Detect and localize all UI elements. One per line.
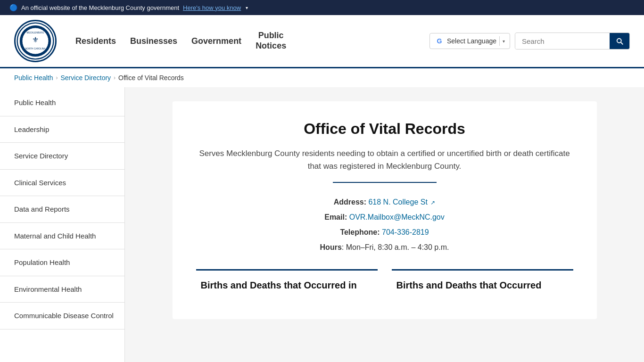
language-chevron-icon: ▾ [503,39,505,44]
email-label: Email: [324,213,347,221]
sidebar-item-clinical-services[interactable]: Clinical Services [0,170,124,197]
nav-residents[interactable]: Residents [75,36,116,46]
svg-text:NORTH CAROLINA: NORTH CAROLINA [25,48,46,50]
language-label: Select Language [447,37,496,45]
sidebar-item-leadership[interactable]: Leadership [0,116,124,143]
breadcrumb-sep-2: › [114,74,116,81]
sidebar-item-maternal-child-health[interactable]: Maternal and Child Health [0,223,124,250]
telephone-link[interactable]: 704-336-2819 [382,228,429,236]
contact-info: Address: 618 N. College St ↗ Email: OVR.… [196,195,573,255]
breadcrumb: Public Health › Service Directory › Offi… [0,68,644,87]
search-input[interactable] [515,33,610,49]
google-g-icon: G [435,36,444,46]
sidebar-item-population-health[interactable]: Population Health [0,249,124,276]
hours-row: Hours: Mon–Fri, 8:30 a.m. – 4:30 p.m. [196,240,573,255]
bottom-card-right-title: Births and Deaths that Occurred [396,280,569,291]
logo-area: MECKLENBURG NORTH CAROLINA ⚜ [14,20,57,62]
bottom-card-left: Births and Deaths that Occurred in [196,269,378,300]
sidebar-item-public-health[interactable]: Public Health [0,90,124,116]
sidebar-item-data-reports[interactable]: Data and Reports [0,196,124,223]
breadcrumb-sep-1: › [56,74,58,81]
address-row: Address: 618 N. College St ↗ [196,195,573,210]
nav-public-notices[interactable]: PublicNotices [256,31,286,51]
info-icon: 🔵 [9,4,17,11]
main-nav: Residents Businesses Government PublicNo… [75,31,411,51]
bottom-card-left-title: Births and Deaths that Occurred in [201,280,373,291]
search-button[interactable] [610,33,629,49]
top-banner: 🔵 An official website of the Mecklenburg… [0,0,644,15]
hours-text: : Mon–Fri, 8:30 a.m. – 4:30 p.m. [342,243,449,251]
page-description: Serves Mecklenburg County residents need… [196,147,573,173]
external-link-icon: ↗ [430,197,435,208]
address-link[interactable]: 618 N. College St [368,198,427,206]
sidebar-item-communicable-disease[interactable]: Communicable Disease Control [0,303,124,329]
divider-hr [333,182,437,183]
email-link[interactable]: OVR.Mailbox@MeckNC.gov [349,213,445,221]
search-box [515,33,630,49]
breadcrumb-public-health[interactable]: Public Health [14,74,53,82]
bottom-card-right: Births and Deaths that Occurred [392,269,573,300]
logo: MECKLENBURG NORTH CAROLINA ⚜ [14,20,57,62]
content-card: Office of Vital Records Serves Mecklenbu… [173,101,597,319]
sidebar: Public Health Leadership Service Directo… [0,87,125,362]
logo-seal-svg: MECKLENBURG NORTH CAROLINA ⚜ [17,22,54,60]
sidebar-item-service-directory[interactable]: Service Directory [0,143,124,170]
hours-label: Hours [320,243,342,251]
header: MECKLENBURG NORTH CAROLINA ⚜ Residents B… [0,15,644,68]
sidebar-item-environmental-health[interactable]: Environmental Health [0,276,124,303]
search-icon [615,37,624,45]
language-selector[interactable]: G Select Language ▾ [429,33,510,49]
divider [499,36,500,46]
breadcrumb-current: Office of Vital Records [118,74,184,82]
nav-government[interactable]: Government [191,36,241,46]
page-layout: Public Health Leadership Service Directo… [0,87,644,362]
bottom-section: Births and Deaths that Occurred in Birth… [196,269,573,300]
page-title: Office of Vital Records [196,120,573,138]
main-content: Office of Vital Records Serves Mecklenbu… [125,87,644,362]
svg-text:⚜: ⚜ [32,36,39,44]
banner-dropdown-icon[interactable]: ▾ [246,5,248,10]
telephone-label: Telephone: [340,228,380,236]
header-right: G Select Language ▾ [429,33,630,49]
nav-businesses[interactable]: Businesses [130,36,177,46]
banner-text: An official website of the Mecklenburg C… [21,4,179,11]
email-row: Email: OVR.Mailbox@MeckNC.gov [196,210,573,225]
telephone-row: Telephone: 704-336-2819 [196,225,573,240]
address-label: Address: [334,198,366,206]
breadcrumb-service-directory[interactable]: Service Directory [61,74,111,82]
svg-text:MECKLENBURG: MECKLENBURG [26,32,44,34]
banner-link[interactable]: Here's how you know [183,4,241,11]
